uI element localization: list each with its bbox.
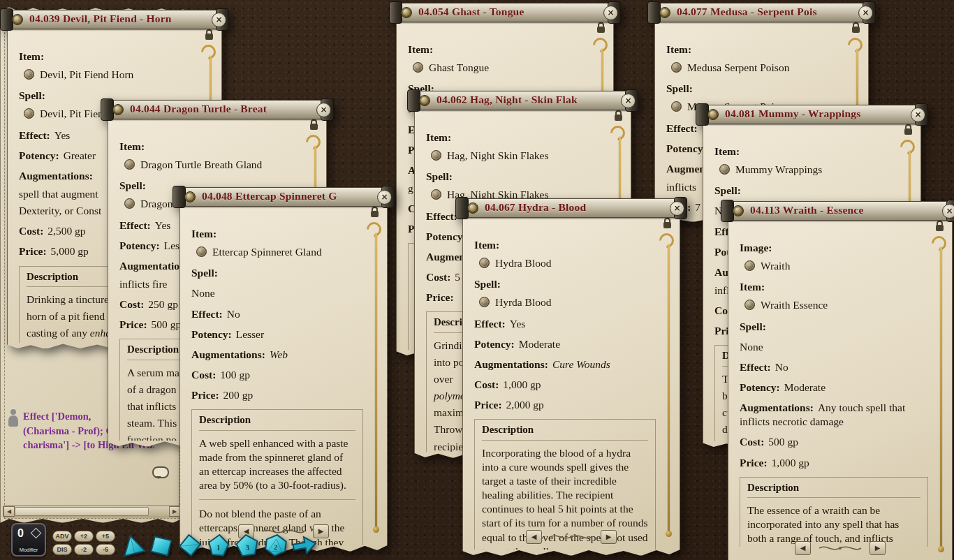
modifier-buttons: ADV +2 +5 DIS -2 -5: [52, 531, 115, 555]
d6-die-icon[interactable]: [147, 531, 176, 559]
potency-row: Potency:Moderate: [474, 337, 656, 351]
adv-button[interactable]: ADV: [52, 531, 72, 542]
plus2-button[interactable]: +2: [74, 531, 94, 542]
spell-link-bullet-icon[interactable]: [24, 108, 34, 119]
scrollbar-curl-icon[interactable]: [198, 42, 219, 63]
window-title: 04.062 Hag, Night - Skin Flak: [436, 94, 605, 106]
scrollbar-curl-icon[interactable]: [608, 123, 629, 144]
description-title: Description: [199, 413, 355, 431]
spell-link-bullet-icon[interactable]: [671, 101, 682, 112]
scrollbar-curl-icon[interactable]: [656, 230, 677, 251]
item-link-bullet-icon[interactable]: [744, 300, 755, 310]
potency-value: Moderate: [784, 381, 825, 393]
item-link-bullet-icon[interactable]: [413, 62, 423, 73]
pin-icon[interactable]: [112, 104, 124, 115]
close-button[interactable]: ×: [911, 108, 925, 122]
scrollbar-curl-icon[interactable]: [364, 219, 385, 240]
price-row: Price:2,000 gp: [474, 398, 656, 412]
pin-icon[interactable]: [707, 109, 719, 120]
pin-icon[interactable]: [467, 202, 478, 214]
item-link-bullet-icon[interactable]: [431, 150, 441, 161]
close-button[interactable]: ×: [377, 190, 392, 205]
scrollbar[interactable]: [940, 247, 942, 547]
minus2-button[interactable]: -2: [74, 544, 94, 555]
scrollbar-curl-icon[interactable]: [897, 137, 918, 158]
pin-icon[interactable]: [401, 7, 412, 18]
close-button[interactable]: ×: [858, 6, 873, 20]
scrollbar-curl-icon[interactable]: [845, 35, 866, 56]
chat-input[interactable]: [8, 464, 177, 482]
spell-link-bullet-icon[interactable]: [124, 198, 135, 209]
spell-link-bullet-icon[interactable]: [479, 297, 490, 307]
d10-die-icon[interactable]: 1: [205, 532, 233, 558]
lock-icon[interactable]: [597, 27, 605, 33]
lock-icon[interactable]: [371, 211, 379, 217]
item-link-bullet-icon[interactable]: [196, 246, 207, 257]
close-button[interactable]: ×: [621, 94, 636, 108]
scrollbar-curl-icon[interactable]: [303, 132, 324, 153]
d20-die-icon[interactable]: 2: [262, 532, 290, 559]
item-link-bullet-icon[interactable]: [124, 159, 135, 170]
title-bar[interactable]: 04.077 Medusa - Serpent Pois ×: [651, 3, 872, 22]
title-bar[interactable]: 04.048 Ettercap Spinneret G ×: [176, 187, 391, 207]
d8-die-icon[interactable]: [176, 532, 203, 559]
dis-button[interactable]: DIS: [52, 544, 72, 555]
image-link-bullet-icon[interactable]: [744, 260, 755, 271]
next-page-button[interactable]: ▶: [869, 541, 886, 555]
title-bar[interactable]: 04.067 Hydra - Blood ×: [459, 198, 684, 218]
scrollbar-thumb[interactable]: [15, 507, 149, 516]
minus5-button[interactable]: -5: [96, 544, 115, 555]
title-bar[interactable]: 04.054 Ghast - Tongue ×: [392, 3, 617, 22]
pin-icon[interactable]: [12, 14, 23, 25]
lock-icon[interactable]: [205, 34, 213, 40]
pin-icon[interactable]: [184, 191, 196, 202]
dice-tray: 1 3 2: [120, 533, 317, 557]
pin-icon[interactable]: [659, 7, 670, 18]
item-link-bullet-icon[interactable]: [24, 69, 34, 80]
pin-icon[interactable]: [733, 205, 744, 216]
item-link-bullet-icon[interactable]: [479, 258, 490, 268]
next-page-button[interactable]: ▶: [601, 530, 617, 544]
scrollbar-curl-icon[interactable]: [590, 35, 611, 56]
item-value: Dragon Turtle Breath Gland: [140, 159, 262, 170]
title-bar[interactable]: 04.044 Dragon Turtle - Breat ×: [104, 100, 330, 119]
chat-horizontal-scrollbar[interactable]: ◀ ▶: [3, 506, 181, 517]
close-button[interactable]: ×: [212, 13, 226, 27]
close-button[interactable]: ×: [603, 6, 618, 20]
description-paragraph: A web spell enhanced with a paste made f…: [199, 436, 355, 493]
modifier-stack[interactable]: 0 Modifier: [11, 523, 46, 557]
scrollbar-curl-icon[interactable]: [929, 233, 950, 254]
lock-icon[interactable]: [904, 128, 912, 135]
lock-icon[interactable]: [615, 115, 622, 121]
item-link-bullet-icon[interactable]: [719, 164, 730, 175]
speech-bubble-icon[interactable]: [152, 466, 169, 478]
lock-icon[interactable]: [936, 225, 944, 231]
prev-page-button[interactable]: ◀: [526, 530, 542, 544]
plus5-button[interactable]: +5: [96, 531, 115, 542]
item-link-bullet-icon[interactable]: [671, 62, 682, 73]
close-button[interactable]: ×: [316, 103, 331, 117]
lock-icon[interactable]: [852, 27, 860, 33]
item-row: Wraith Essence: [740, 298, 928, 312]
title-bar[interactable]: 04.113 Wraith - Essence ×: [724, 201, 954, 221]
title-bar[interactable]: 04.039 Devil, Pit Fiend - Horn ×: [3, 10, 226, 29]
spell-link-bullet-icon[interactable]: [431, 189, 441, 200]
description-section: Description The essence of a wraith can …: [740, 477, 928, 547]
d4-die-icon[interactable]: [117, 531, 147, 560]
scroll-left-arrow-icon[interactable]: ◀: [3, 506, 15, 517]
item-row: Hydra Blood: [474, 256, 656, 270]
lock-icon[interactable]: [310, 124, 318, 130]
lock-icon[interactable]: [663, 222, 671, 228]
close-button[interactable]: ×: [942, 204, 954, 219]
close-button[interactable]: ×: [670, 201, 684, 216]
scrollbar[interactable]: [668, 244, 670, 531]
scrollbar[interactable]: [375, 233, 377, 527]
pointer-arrow-icon[interactable]: [290, 531, 318, 559]
spell-label: Spell:: [426, 170, 607, 184]
prev-page-button[interactable]: ◀: [795, 541, 811, 555]
pin-icon[interactable]: [419, 95, 430, 106]
title-bar[interactable]: 04.081 Mummy - Wrappings ×: [699, 105, 925, 124]
effect-value: Yes: [155, 219, 171, 231]
d12-die-icon[interactable]: 3: [233, 532, 261, 559]
title-bar[interactable]: 04.062 Hag, Night - Skin Flak ×: [411, 91, 635, 110]
